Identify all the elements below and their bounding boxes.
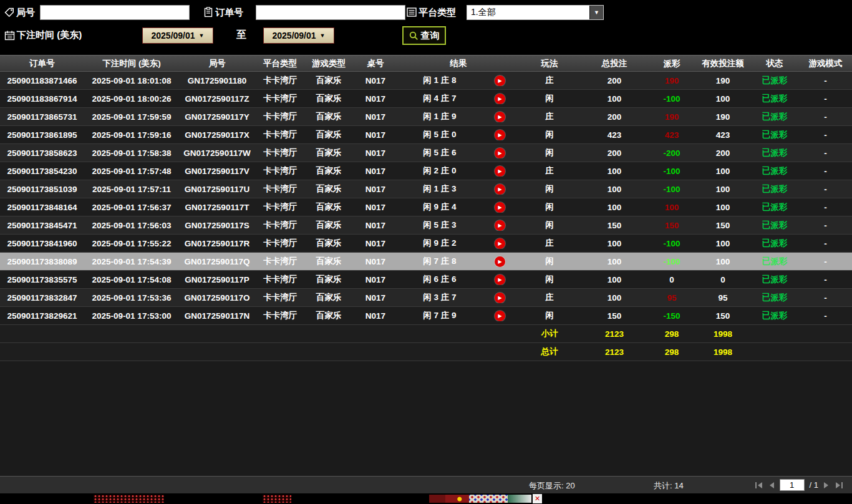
- cell-status: 已派彩: [750, 201, 799, 213]
- cell-status: 已派彩: [750, 147, 799, 158]
- cell-play: 庄: [518, 111, 581, 122]
- cell-platform: 卡卡湾厅: [255, 129, 305, 140]
- cell-order-no: 250901173848164: [0, 203, 84, 212]
- cell-total-bet: 100: [581, 203, 648, 212]
- platform-list-icon: [407, 7, 417, 17]
- cell-game-mode: -: [799, 185, 852, 194]
- cell-valid-bet: 100: [695, 239, 750, 248]
- play-icon[interactable]: ▶: [495, 148, 505, 158]
- play-icon[interactable]: ▶: [495, 274, 505, 285]
- cell-result: 闲 7 庄 8: [399, 256, 481, 267]
- cell-round-no: GN0172590117Q: [179, 257, 255, 266]
- table-row[interactable]: 250901173848164 2025-09-01 17:56:37 GN01…: [0, 198, 852, 216]
- cell-round-no: GN1725901180: [179, 76, 255, 85]
- play-icon[interactable]: ▶: [495, 293, 505, 303]
- table-header-row: 订单号 下注时间 (美东) 局号 平台类型 游戏类型 桌号 结果 玩法 总投注 …: [0, 55, 852, 72]
- cell-status: 已派彩: [750, 183, 799, 195]
- cell-valid-bet: 150: [695, 311, 750, 321]
- play-icon[interactable]: ▶: [495, 75, 505, 86]
- order-input[interactable]: [256, 5, 405, 20]
- page-input[interactable]: [780, 479, 805, 491]
- subtotal-label: 小计: [518, 328, 581, 339]
- next-page-icon[interactable]: [823, 482, 830, 489]
- table-body: 250901183871466 2025-09-01 18:01:08 GN17…: [0, 72, 852, 361]
- cell-status: 已派彩: [750, 274, 799, 285]
- cell-order-no: 250901183867914: [0, 94, 84, 104]
- column-header-round-no: 局号: [179, 58, 255, 69]
- round-input[interactable]: [40, 5, 190, 20]
- first-page-icon[interactable]: [755, 482, 763, 489]
- play-icon[interactable]: ▶: [495, 184, 505, 195]
- cell-table-no: N017: [352, 203, 399, 212]
- play-icon[interactable]: ▶: [495, 220, 505, 231]
- cell-payout: 190: [648, 112, 695, 122]
- close-icon: ✕: [533, 494, 542, 503]
- cell-video: ▶: [481, 274, 518, 285]
- play-icon[interactable]: ▶: [495, 256, 505, 267]
- date-from-button[interactable]: 2025/09/01 ▼: [142, 27, 213, 44]
- platform-select[interactable]: 1.全部 ▼: [467, 5, 604, 20]
- page-total-label: / 1: [810, 480, 818, 490]
- table-row[interactable]: 250901173854230 2025-09-01 17:57:48 GN01…: [0, 162, 852, 180]
- cell-payout: 190: [648, 76, 695, 85]
- play-icon[interactable]: ▶: [495, 202, 505, 213]
- cell-platform: 卡卡湾厅: [255, 274, 305, 285]
- prev-page-icon[interactable]: [768, 482, 775, 489]
- cell-bet-time: 2025-09-01 17:54:39: [84, 257, 179, 266]
- table-row[interactable]: 250901173832847 2025-09-01 17:53:36 GN01…: [0, 289, 852, 307]
- play-icon[interactable]: ▶: [495, 311, 505, 321]
- cell-round-no: GN0172590117S: [179, 221, 255, 230]
- play-icon[interactable]: ▶: [495, 238, 505, 249]
- table-row[interactable]: 250901173838089 2025-09-01 17:54:39 GN01…: [0, 253, 852, 271]
- chevron-down-icon[interactable]: ▼: [589, 6, 603, 19]
- table-row[interactable]: 250901173845471 2025-09-01 17:56:03 GN01…: [0, 216, 852, 235]
- cell-game-type: 百家乐: [305, 75, 352, 86]
- table-row[interactable]: 250901173835575 2025-09-01 17:54:08 GN01…: [0, 271, 852, 289]
- background-window-fragment: [469, 495, 508, 503]
- play-icon[interactable]: ▶: [495, 94, 505, 104]
- cell-total-bet: 200: [581, 76, 648, 85]
- platform-label: 平台类型: [419, 7, 456, 19]
- cell-game-mode: -: [799, 239, 852, 248]
- table-row[interactable]: 250901173829621 2025-09-01 17:53:00 GN01…: [0, 307, 852, 325]
- cell-play: 闲: [518, 129, 581, 140]
- table-row[interactable]: 250901173858623 2025-09-01 17:58:38 GN01…: [0, 144, 852, 162]
- table-row[interactable]: 250901173865731 2025-09-01 17:59:59 GN01…: [0, 108, 852, 126]
- cell-payout: -100: [648, 94, 695, 104]
- round-label: 局号: [16, 7, 35, 19]
- cell-order-no: 250901173858623: [0, 148, 84, 158]
- cell-game-type: 百家乐: [305, 274, 352, 285]
- cell-platform: 卡卡湾厅: [255, 256, 305, 267]
- play-icon[interactable]: ▶: [495, 130, 505, 140]
- cell-result: 闲 1 庄 9: [399, 111, 481, 122]
- table-row[interactable]: 250901173841960 2025-09-01 17:55:22 GN01…: [0, 235, 852, 253]
- table-row[interactable]: 250901173851039 2025-09-01 17:57:11 GN01…: [0, 180, 852, 198]
- cell-order-no: 250901173861895: [0, 130, 84, 140]
- table-row[interactable]: 250901183867914 2025-09-01 18:00:26 GN01…: [0, 90, 852, 108]
- search-button[interactable]: 查询: [402, 26, 446, 45]
- column-header-order-no: 订单号: [0, 58, 84, 69]
- cell-round-no: GN0172590117R: [179, 239, 255, 248]
- date-to-button[interactable]: 2025/09/01 ▼: [263, 27, 334, 44]
- background-window-strip: ✕: [0, 493, 852, 504]
- cell-status: 已派彩: [750, 129, 799, 140]
- cell-status: 已派彩: [750, 310, 799, 321]
- search-button-label: 查询: [421, 30, 440, 42]
- cell-video: ▶: [481, 220, 518, 231]
- cell-round-no: GN0172590117T: [179, 203, 255, 212]
- cell-platform: 卡卡湾厅: [255, 111, 305, 122]
- cell-game-mode: -: [799, 293, 852, 303]
- play-icon[interactable]: ▶: [495, 112, 505, 122]
- last-page-icon[interactable]: [835, 482, 843, 489]
- cell-result: 闲 9 庄 2: [399, 238, 481, 249]
- column-header-game-mode: 游戏模式: [799, 58, 852, 69]
- play-icon[interactable]: ▶: [495, 166, 505, 177]
- table-row[interactable]: 250901183871466 2025-09-01 18:01:08 GN17…: [0, 72, 852, 90]
- cell-play: 闲: [518, 183, 581, 195]
- cell-bet-time: 2025-09-01 17:56:37: [84, 203, 179, 212]
- cell-valid-bet: 423: [695, 130, 750, 140]
- cell-total-bet: 100: [581, 293, 648, 303]
- cell-round-no: GN0172590117X: [179, 130, 255, 140]
- cell-play: 闲: [518, 93, 581, 104]
- table-row[interactable]: 250901173861895 2025-09-01 17:59:16 GN01…: [0, 126, 852, 144]
